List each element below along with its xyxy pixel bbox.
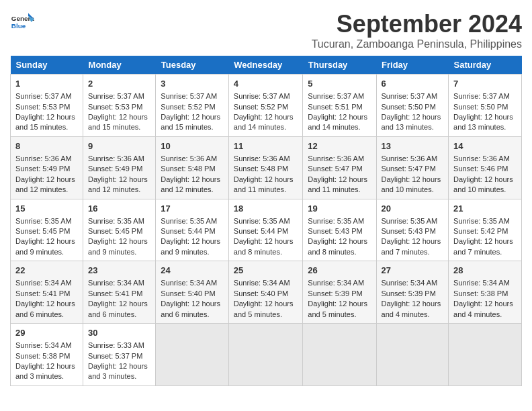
day-number: 12 [308,140,371,152]
sunrise-text: Sunrise: 5:37 AM [161,91,224,101]
day-number: 10 [161,140,224,152]
logo: General Blue [10,10,34,34]
day-number: 26 [308,265,371,277]
header-wednesday: Wednesday [228,56,303,75]
sunrise-text: Sunrise: 5:36 AM [382,154,444,164]
day-number: 6 [382,78,444,90]
sunset-text: Sunset: 5:41 PM [15,289,78,299]
month-title: September 2024 [312,10,522,38]
calendar-cell: 8Sunrise: 5:36 AMSunset: 5:49 PMDaylight… [11,136,83,199]
day-number: 28 [453,265,517,277]
sunrise-text: Sunrise: 5:34 AM [382,278,444,288]
sunset-text: Sunset: 5:43 PM [308,226,371,236]
sunrise-text: Sunrise: 5:34 AM [161,278,224,288]
calendar-cell [156,324,229,386]
sunset-text: Sunset: 5:45 PM [15,226,78,236]
header-thursday: Thursday [303,56,376,75]
daylight-text: Daylight: 12 hours and 15 minutes. [88,112,150,133]
title-area: September 2024 Tucuran, Zamboanga Penins… [312,10,522,50]
day-number: 18 [234,203,298,215]
sunset-text: Sunset: 5:47 PM [382,164,444,174]
day-number: 27 [382,265,444,277]
day-number: 14 [453,140,517,152]
day-number: 17 [161,203,224,215]
calendar-cell: 22Sunrise: 5:34 AMSunset: 5:41 PMDayligh… [11,261,83,324]
sunrise-text: Sunrise: 5:36 AM [234,154,298,164]
day-number: 13 [382,140,444,152]
daylight-text: Daylight: 12 hours and 6 minutes. [161,299,224,320]
calendar-cell: 3Sunrise: 5:37 AMSunset: 5:52 PMDaylight… [156,75,229,137]
sunrise-text: Sunrise: 5:37 AM [382,91,444,101]
day-number: 21 [453,203,517,215]
daylight-text: Daylight: 12 hours and 5 minutes. [308,299,371,320]
calendar-row-5: 29Sunrise: 5:34 AMSunset: 5:38 PMDayligh… [11,324,522,386]
sunset-text: Sunset: 5:49 PM [15,164,78,174]
daylight-text: Daylight: 12 hours and 12 minutes. [15,175,78,195]
calendar-cell: 2Sunrise: 5:37 AMSunset: 5:53 PMDaylight… [83,75,156,137]
calendar-cell: 11Sunrise: 5:36 AMSunset: 5:48 PMDayligh… [228,136,303,199]
sunset-text: Sunset: 5:44 PM [234,226,298,236]
calendar-cell: 19Sunrise: 5:35 AMSunset: 5:43 PMDayligh… [303,199,376,261]
calendar-row-1: 1Sunrise: 5:37 AMSunset: 5:53 PMDaylight… [11,75,522,137]
sunset-text: Sunset: 5:39 PM [382,289,444,299]
sunset-text: Sunset: 5:41 PM [88,289,150,299]
daylight-text: Daylight: 12 hours and 4 minutes. [453,299,517,320]
calendar-cell: 20Sunrise: 5:35 AMSunset: 5:43 PMDayligh… [376,199,449,261]
day-number: 30 [88,327,150,339]
day-number: 9 [88,140,150,152]
sunrise-text: Sunrise: 5:36 AM [453,154,517,164]
calendar-cell [449,324,522,386]
sunset-text: Sunset: 5:42 PM [453,226,517,236]
sunset-text: Sunset: 5:44 PM [161,226,224,236]
calendar-cell: 16Sunrise: 5:35 AMSunset: 5:45 PMDayligh… [83,199,156,261]
sunset-text: Sunset: 5:43 PM [382,226,444,236]
daylight-text: Daylight: 12 hours and 9 minutes. [88,236,150,257]
svg-text:Blue: Blue [11,22,26,30]
day-number: 20 [382,203,444,215]
header-tuesday: Tuesday [156,56,229,75]
calendar-row-3: 15Sunrise: 5:35 AMSunset: 5:45 PMDayligh… [11,199,522,261]
sunrise-text: Sunrise: 5:36 AM [15,154,78,164]
daylight-text: Daylight: 12 hours and 15 minutes. [15,112,78,133]
sunrise-text: Sunrise: 5:35 AM [234,216,298,226]
calendar-cell: 4Sunrise: 5:37 AMSunset: 5:52 PMDaylight… [228,75,303,137]
calendar-cell: 30Sunrise: 5:33 AMSunset: 5:37 PMDayligh… [83,324,156,386]
day-number: 8 [15,140,78,152]
calendar-cell: 23Sunrise: 5:34 AMSunset: 5:41 PMDayligh… [83,261,156,324]
day-number: 2 [88,78,150,90]
daylight-text: Daylight: 12 hours and 5 minutes. [234,299,298,320]
daylight-text: Daylight: 12 hours and 9 minutes. [15,236,78,257]
calendar-cell: 29Sunrise: 5:34 AMSunset: 5:38 PMDayligh… [11,324,83,386]
daylight-text: Daylight: 12 hours and 6 minutes. [15,299,78,320]
calendar-cell: 14Sunrise: 5:36 AMSunset: 5:46 PMDayligh… [449,136,522,199]
calendar-cell: 26Sunrise: 5:34 AMSunset: 5:39 PMDayligh… [303,261,376,324]
sunrise-text: Sunrise: 5:37 AM [453,91,517,101]
daylight-text: Daylight: 12 hours and 11 minutes. [308,175,371,195]
calendar-cell [228,324,303,386]
header-friday: Friday [376,56,449,75]
daylight-text: Daylight: 12 hours and 13 minutes. [453,112,517,133]
calendar-cell: 1Sunrise: 5:37 AMSunset: 5:53 PMDaylight… [11,75,83,137]
daylight-text: Daylight: 12 hours and 12 minutes. [161,175,224,195]
calendar-row-4: 22Sunrise: 5:34 AMSunset: 5:41 PMDayligh… [11,261,522,324]
sunrise-text: Sunrise: 5:34 AM [234,278,298,288]
calendar-cell: 21Sunrise: 5:35 AMSunset: 5:42 PMDayligh… [449,199,522,261]
calendar-cell: 7Sunrise: 5:37 AMSunset: 5:50 PMDaylight… [449,75,522,137]
calendar-cell: 18Sunrise: 5:35 AMSunset: 5:44 PMDayligh… [228,199,303,261]
sunset-text: Sunset: 5:51 PM [308,102,371,112]
sunset-text: Sunset: 5:40 PM [234,289,298,299]
sunrise-text: Sunrise: 5:37 AM [308,91,371,101]
sunrise-text: Sunrise: 5:34 AM [15,278,78,288]
sunrise-text: Sunrise: 5:35 AM [453,216,517,226]
calendar-cell: 27Sunrise: 5:34 AMSunset: 5:39 PMDayligh… [376,261,449,324]
sunrise-text: Sunrise: 5:36 AM [161,154,224,164]
sunset-text: Sunset: 5:47 PM [308,164,371,174]
sunset-text: Sunset: 5:38 PM [453,289,517,299]
sunrise-text: Sunrise: 5:37 AM [234,91,298,101]
daylight-text: Daylight: 12 hours and 12 minutes. [88,175,150,195]
daylight-text: Daylight: 12 hours and 14 minutes. [234,112,298,133]
calendar-header-row: Sunday Monday Tuesday Wednesday Thursday… [11,56,522,75]
sunrise-text: Sunrise: 5:35 AM [382,216,444,226]
day-number: 19 [308,203,371,215]
header-saturday: Saturday [449,56,522,75]
